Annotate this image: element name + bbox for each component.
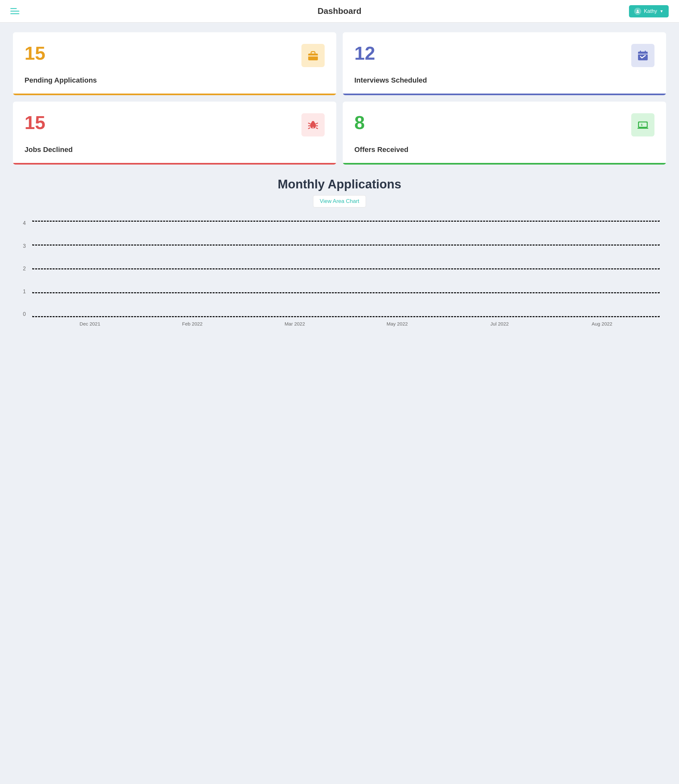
pending-applications-card: 15 Pending Applications bbox=[13, 32, 336, 95]
y-label-1: 1 bbox=[16, 289, 26, 295]
svg-text:$: $ bbox=[641, 123, 643, 127]
user-avatar-icon bbox=[634, 8, 641, 15]
offers-bottom-bar bbox=[343, 163, 666, 164]
jobs-declined-card: 15 Jobs Declined bbox=[13, 102, 336, 164]
svg-line-13 bbox=[308, 128, 310, 129]
pending-applications-label: Pending Applications bbox=[25, 76, 325, 94]
y-label-0: 0 bbox=[16, 311, 26, 317]
user-name: Kathy bbox=[644, 8, 657, 14]
svg-point-8 bbox=[312, 121, 314, 124]
offers-received-number: 8 bbox=[354, 113, 365, 132]
user-menu-button[interactable]: Kathy ▼ bbox=[629, 5, 669, 17]
card-inner: 8 $ bbox=[354, 113, 654, 136]
interviews-number: 12 bbox=[354, 44, 375, 62]
y-label-2: 2 bbox=[16, 266, 26, 272]
chart-section: Monthly Applications View Area Chart 0 1… bbox=[13, 178, 666, 333]
y-axis: 0 1 2 3 4 bbox=[16, 220, 26, 317]
x-label: Jul 2022 bbox=[448, 321, 551, 326]
svg-line-10 bbox=[316, 123, 318, 124]
chart-area: 0 1 2 3 4 Dec bbox=[32, 220, 660, 330]
x-label: Feb 2022 bbox=[141, 321, 243, 326]
pending-bottom-bar bbox=[13, 94, 336, 95]
jobs-declined-label: Jobs Declined bbox=[25, 145, 325, 163]
chevron-down-icon: ▼ bbox=[660, 9, 663, 14]
offers-icon-wrapper: $ bbox=[631, 113, 654, 136]
offers-received-card: 8 $ Offers Received bbox=[343, 102, 666, 164]
bar-chart-container: 0 1 2 3 4 Dec bbox=[13, 217, 666, 333]
main-content: 15 Pending Applications 12 bbox=[0, 23, 679, 343]
x-label: Mar 2022 bbox=[244, 321, 346, 326]
y-label-4: 4 bbox=[16, 220, 26, 226]
card-inner: 15 bbox=[25, 44, 325, 67]
svg-point-0 bbox=[637, 10, 639, 11]
interviews-scheduled-card: 12 Interviews Scheduled bbox=[343, 32, 666, 95]
x-label: May 2022 bbox=[346, 321, 448, 326]
offers-received-label: Offers Received bbox=[354, 145, 654, 163]
pending-icon-wrapper bbox=[301, 44, 325, 67]
stat-cards-grid: 15 Pending Applications 12 bbox=[13, 32, 666, 164]
interviews-label: Interviews Scheduled bbox=[354, 76, 654, 94]
calendar-check-icon bbox=[637, 50, 649, 61]
briefcase-icon bbox=[307, 50, 319, 61]
interviews-bottom-bar bbox=[343, 94, 666, 95]
svg-rect-1 bbox=[308, 53, 318, 60]
page-title: Dashboard bbox=[318, 6, 361, 16]
bars-area bbox=[32, 220, 660, 317]
svg-line-14 bbox=[316, 128, 318, 129]
card-inner: 15 bbox=[25, 113, 325, 136]
x-label: Aug 2022 bbox=[551, 321, 653, 326]
header: Dashboard Kathy ▼ bbox=[0, 0, 679, 23]
pending-applications-number: 15 bbox=[25, 44, 45, 62]
bug-icon bbox=[307, 119, 319, 131]
y-label-3: 3 bbox=[16, 243, 26, 249]
declined-bottom-bar bbox=[13, 163, 336, 164]
hamburger-menu[interactable] bbox=[10, 8, 19, 14]
chart-title: Monthly Applications bbox=[13, 178, 666, 191]
svg-line-9 bbox=[308, 123, 310, 124]
laptop-money-icon: $ bbox=[637, 119, 649, 131]
jobs-declined-number: 15 bbox=[25, 113, 45, 132]
interviews-icon-wrapper bbox=[631, 44, 654, 67]
view-area-chart-button[interactable]: View Area Chart bbox=[313, 195, 366, 208]
declined-icon-wrapper bbox=[301, 113, 325, 136]
x-axis: Dec 2021Feb 2022Mar 2022May 2022Jul 2022… bbox=[32, 317, 660, 330]
svg-rect-3 bbox=[638, 52, 648, 60]
x-label: Dec 2021 bbox=[39, 321, 141, 326]
card-inner: 12 bbox=[354, 44, 654, 67]
svg-rect-17 bbox=[639, 123, 647, 127]
